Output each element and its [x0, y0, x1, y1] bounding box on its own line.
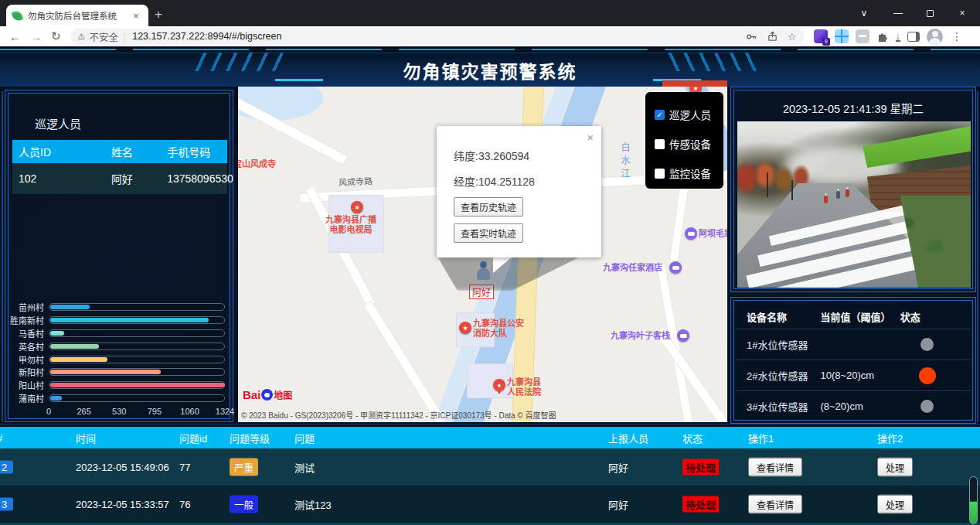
chart-category-label: 新阳村	[9, 366, 44, 378]
download-icon[interactable]: ↓	[896, 32, 901, 42]
browser-menu-icon[interactable]: ⋮	[951, 30, 962, 43]
share-icon[interactable]	[767, 31, 778, 43]
minimize-button[interactable]: —	[893, 8, 903, 19]
patrol-table-body: 102阿好13758096530	[12, 163, 227, 194]
browser-toolbar: ← → ↻ ⚠ 不安全 | 123.157.237.222:8994/#/big…	[0, 26, 980, 46]
map-building	[467, 363, 513, 398]
reload-button[interactable]: ↻	[51, 29, 61, 43]
profile-avatar[interactable]	[927, 29, 943, 45]
chart-axis-tick: 795	[148, 407, 162, 416]
map-poi-icon[interactable]	[685, 227, 697, 240]
chart-category-label: 苗州村	[9, 301, 44, 313]
bookmark-star-icon[interactable]: ☆	[788, 31, 797, 43]
photo-person	[846, 189, 849, 197]
side-panel-icon[interactable]	[907, 32, 920, 42]
issue-col-header: 时间	[76, 431, 96, 445]
patrol-id: 102	[12, 172, 111, 185]
browser-window: 勿角灾防后台管理系统 × + ∨ — × ← → ↻ ⚠ 不安全 | 123.1…	[0, 0, 980, 525]
layer-checkbox-item[interactable]: 监控设备	[655, 159, 723, 188]
map-poi-label: 九寨沟县公安消防大队	[473, 319, 524, 339]
extensions-puzzle-icon[interactable]	[876, 30, 889, 43]
map-poi-icon[interactable]: ●	[493, 379, 505, 391]
address-bar[interactable]: ⚠ 不安全 | 123.157.237.222:8994/#/bigscreen…	[70, 29, 805, 45]
map-poi-label: 九寨沟叶子客栈	[611, 331, 670, 341]
maximize-button[interactable]	[927, 10, 934, 17]
issue-qid: 76	[179, 499, 190, 510]
monitor-photo	[737, 121, 971, 288]
view-detail-button[interactable]: 查看详情	[748, 495, 802, 514]
view-realtime-track-button[interactable]: 查看实时轨迹	[454, 223, 523, 243]
baidu-map[interactable]: ★九寨沟县广播电影电视局★九寨沟县公安消防大队●九寨沟县人民法院宝山风成寺阿坝毛…	[238, 87, 727, 422]
photo-lamp-post	[791, 180, 793, 200]
view-detail-button[interactable]: 查看详情	[748, 458, 802, 477]
issue-col-header: 问题	[294, 431, 315, 445]
not-secure-icon: ⚠	[78, 32, 86, 42]
view-history-track-button[interactable]: 查看历史轨迹	[454, 197, 523, 216]
chart-bar-track	[49, 394, 225, 402]
security-label: 不安全	[89, 29, 118, 44]
device-table-body: 1#水位传感器2#水位传感器10(8~20)cm3#水位传感器(8~20)cm	[736, 329, 971, 421]
device-value: (8~20)cm	[820, 401, 900, 412]
chart-bar-row: 马香村	[9, 327, 231, 340]
new-tab-button[interactable]: +	[155, 5, 162, 24]
device-row: 3#水位传感器(8~20)cm	[736, 390, 971, 421]
layer-checkbox-item[interactable]: 传感设备	[655, 129, 723, 159]
col-device-status: 状态	[900, 309, 971, 324]
patrol-panel-title: 巡逻人员	[35, 115, 81, 131]
map-road-label: 风成寺路	[339, 174, 373, 188]
map-poi-icon[interactable]: ★	[459, 322, 471, 334]
device-status	[900, 367, 971, 384]
issue-status: 待处理	[682, 459, 719, 476]
handle-button[interactable]: 处理	[877, 458, 913, 477]
tab-search-chevron-icon[interactable]: ∨	[859, 8, 869, 19]
map-poi-icon[interactable]	[669, 261, 682, 274]
issue-row: 22023-12-05 15:49:0677严重测试阿好待处理查看详情处理	[0, 448, 980, 486]
popup-longitude: 经度:104.251128	[454, 173, 535, 189]
chart-bar	[50, 357, 107, 362]
map-poi-icon[interactable]	[677, 329, 689, 342]
map-attribution: © 2023 Baidu - GS(2023)3206号 - 甲测资字11111…	[241, 409, 556, 421]
map-poi-label: 九寨沟县广播电影电视局	[318, 215, 383, 235]
device-name: 3#水位传感器	[736, 399, 820, 414]
issue-status: 待处理	[682, 496, 719, 513]
back-button[interactable]: ←	[9, 30, 21, 43]
layer-checkbox[interactable]: ✓	[655, 110, 665, 120]
monitor-panel: 2023-12-05 21:41:39 星期二	[730, 87, 976, 292]
bed-glyph	[688, 232, 695, 236]
chart-bar	[50, 305, 90, 309]
chart-axis-tick: 0	[46, 407, 51, 416]
close-window-button[interactable]: ×	[957, 8, 968, 19]
layer-checkbox[interactable]	[655, 139, 665, 149]
password-key-icon[interactable]	[746, 31, 757, 43]
url-divider: |	[124, 31, 126, 42]
chart-bar	[50, 318, 209, 322]
map-poi-label: 阿坝毛家小	[699, 229, 727, 239]
bed-glyph	[680, 334, 687, 338]
layer-checkbox-item[interactable]: ✓巡逻人员	[655, 100, 723, 129]
tab-close-icon[interactable]: ×	[130, 10, 142, 22]
chart-category-label: 蒲南村	[9, 392, 44, 404]
issue-level-badge: 严重	[230, 459, 258, 476]
site-favicon-icon	[12, 9, 24, 22]
device-name: 1#水位传感器	[736, 337, 820, 352]
chart-category-label: 英各村	[9, 340, 44, 353]
extension-chat-icon[interactable]	[856, 29, 869, 43]
extension-dice-icon[interactable]	[814, 29, 828, 43]
forward-button[interactable]: →	[30, 30, 42, 43]
device-status	[900, 400, 971, 413]
page-scrollbar[interactable]	[969, 476, 978, 524]
patrol-name: 阿好	[111, 171, 167, 186]
layer-label: 巡逻人员	[669, 107, 711, 122]
issue-text: 测试123	[294, 497, 332, 512]
handle-button[interactable]: 处理	[877, 495, 913, 514]
popup-latitude: 纬度:33.260594	[454, 148, 529, 163]
url-text[interactable]: 123.157.237.222:8994/#/bigscreen	[132, 31, 737, 42]
map-river-label: 白水江	[618, 142, 631, 182]
map-poi-icon[interactable]: ★	[351, 201, 363, 213]
extension-grid-icon[interactable]	[835, 29, 849, 43]
baidu-logo-text: Bai	[243, 388, 260, 401]
popup-close-icon[interactable]: ×	[587, 131, 594, 144]
browser-tab[interactable]: 勿角灾防后台管理系统 ×	[6, 5, 148, 26]
layer-checkbox[interactable]	[655, 169, 665, 179]
baidu-logo: Bai 地图	[243, 388, 292, 401]
